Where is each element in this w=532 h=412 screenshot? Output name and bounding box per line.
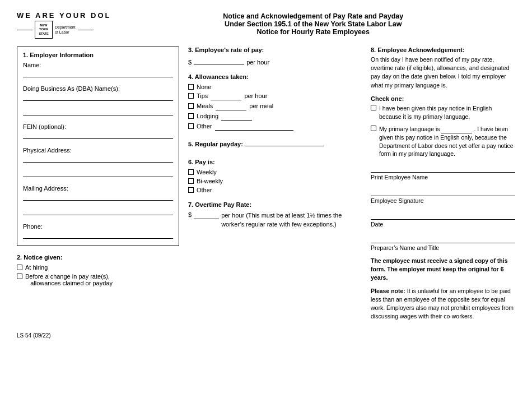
primary-language-input[interactable] xyxy=(441,126,472,133)
fein-field: FEIN (optional): xyxy=(23,123,173,139)
allowance-lodging: Lodging xyxy=(188,113,362,121)
logo-line-right xyxy=(78,30,94,30)
allowance-other: Other xyxy=(188,123,362,131)
section8-block: 8. Employee Acknowledgement: On this day… xyxy=(371,47,515,321)
name-input-line[interactable] xyxy=(23,70,173,77)
column-1: 1. Employer Information Name: Doing Busi… xyxy=(17,47,179,321)
pay-weekly-label: Weekly xyxy=(197,169,217,175)
section8-body: On this day I have been notified of my p… xyxy=(371,55,515,90)
column-2: 3. Employee's rate of pay: $ per hour 4.… xyxy=(188,47,362,321)
other-amount-input[interactable] xyxy=(215,123,293,131)
ny-seal: NEWYORKSTATE xyxy=(35,21,53,39)
footer-note: Please note: It is unlawful for an emplo… xyxy=(371,287,515,321)
footer-note-bold: Please note: xyxy=(371,288,405,294)
pay-biweekly-label: Bi-weekly xyxy=(197,178,223,184)
physical-field: Physical Address: xyxy=(23,147,173,177)
mailing-field: Mailing Address: xyxy=(23,185,173,215)
meals-amount-input[interactable] xyxy=(216,103,246,110)
check-option2-text: My primary language is . I have been giv… xyxy=(379,125,515,158)
dba-field: Doing Business As (DBA) Name(s): xyxy=(23,85,173,115)
section7-title: 7. Overtime Pay Rate: xyxy=(188,201,362,208)
allowance-meals-label: Meals xyxy=(197,103,213,109)
allowance-meals: Meals per meal xyxy=(188,103,362,110)
physical-line1[interactable] xyxy=(23,155,173,163)
per-hour-label: per hour xyxy=(246,59,269,66)
allowance-tips-label: Tips xyxy=(197,92,208,99)
form-id: LS 54 (09/22) xyxy=(17,332,51,339)
check-english-primary-checkbox[interactable] xyxy=(371,105,376,110)
section3-block: 3. Employee's rate of pay: $ per hour xyxy=(188,47,362,66)
allowance-tips-checkbox[interactable] xyxy=(188,93,194,99)
dept-label: Department of Labor xyxy=(55,25,76,35)
allowance-none-label: None xyxy=(197,84,211,90)
dollar-sign-7: $ xyxy=(188,211,192,218)
lodging-amount-input[interactable] xyxy=(221,113,252,121)
pay-other-checkbox[interactable] xyxy=(188,187,194,193)
preparers-label: Preparer’s Name and Title xyxy=(371,244,515,251)
notice-at-hiring-checkbox[interactable] xyxy=(17,265,22,270)
pay-rate-input[interactable] xyxy=(194,57,244,64)
allowance-other-checkbox[interactable] xyxy=(188,123,194,129)
dba-input-line2[interactable] xyxy=(23,108,173,115)
allowance-other-label: Other xyxy=(197,123,212,129)
overtime-rate-input[interactable] xyxy=(194,211,219,219)
print-name-label: Print Employee Name xyxy=(371,174,515,180)
overtime-description: per hour (This must be at least 1½ times… xyxy=(221,211,362,229)
regular-payday-input[interactable] xyxy=(245,138,324,146)
dba-input-line1[interactable] xyxy=(23,93,173,101)
pay-other-label: Other xyxy=(197,187,212,193)
section1-title: 1. Employer Information xyxy=(23,52,173,58)
employee-signature-label: Employee Signature xyxy=(371,197,515,204)
notice-before-change: Before a change in pay rate(s), allowanc… xyxy=(17,273,179,286)
name-label: Name: xyxy=(23,62,173,68)
allowance-none: None xyxy=(188,84,362,90)
dollar-sign-3: $ xyxy=(188,59,192,66)
notice-before-change-checkbox[interactable] xyxy=(17,274,22,279)
mailing-line2[interactable] xyxy=(23,207,173,215)
section4-title: 4. Allowances taken: xyxy=(188,73,362,80)
tips-amount-input[interactable] xyxy=(211,92,241,100)
meals-per-meal: per meal xyxy=(249,103,273,109)
check-one-title: Check one: xyxy=(371,95,515,102)
tips-per-hour: per hour xyxy=(244,92,267,99)
section2-block: 2. Notice given: At hiring Before a chan… xyxy=(17,254,179,286)
phone-field: Phone: xyxy=(23,223,173,239)
date-line[interactable] xyxy=(371,210,515,220)
section7-block: 7. Overtime Pay Rate: $ per hour (This m… xyxy=(188,201,362,229)
page-header: WE ARE YOUR DOL NEWYORKSTATE Department … xyxy=(17,11,515,39)
allowance-none-checkbox[interactable] xyxy=(188,84,194,90)
physical-label: Physical Address: xyxy=(23,147,173,154)
employer-info-box: 1. Employer Information Name: Doing Busi… xyxy=(17,47,179,246)
mailing-line1[interactable] xyxy=(23,193,173,201)
pay-other: Other xyxy=(188,187,362,193)
check-option1: I have been given this pay notice in Eng… xyxy=(371,104,515,121)
notice-at-hiring-label: At hiring xyxy=(25,264,48,271)
signature-block: Print Employee Name Employee Signature D… xyxy=(371,163,515,251)
allowance-meals-checkbox[interactable] xyxy=(188,103,194,109)
pay-biweekly: Bi-weekly xyxy=(188,178,362,184)
check-other-language-checkbox[interactable] xyxy=(371,126,376,131)
section4-block: 4. Allowances taken: None Tips per hour … xyxy=(188,73,362,131)
fein-input-line[interactable] xyxy=(23,131,173,139)
section5-title: 5. Regular payday: xyxy=(188,141,243,147)
logo-tagline: WE ARE YOUR DOL xyxy=(17,11,111,20)
document-title: Notice and Acknowledgement of Pay Rate a… xyxy=(111,11,515,36)
allowance-lodging-label: Lodging xyxy=(197,113,218,119)
logo-line-left xyxy=(17,30,32,30)
section8-title: 8. Employee Acknowledgement: xyxy=(371,47,515,53)
pay-biweekly-checkbox[interactable] xyxy=(188,178,194,184)
pay-weekly: Weekly xyxy=(188,169,362,175)
section6-title: 6. Pay is: xyxy=(188,159,362,165)
notice-at-hiring: At hiring xyxy=(17,264,179,271)
employee-signature-line[interactable] xyxy=(371,186,515,196)
pay-weekly-checkbox[interactable] xyxy=(188,169,194,175)
check-option2: My primary language is . I have been giv… xyxy=(371,125,515,158)
physical-line2[interactable] xyxy=(23,169,173,177)
phone-input-line[interactable] xyxy=(23,231,173,239)
fein-label: FEIN (optional): xyxy=(23,123,173,130)
print-name-line[interactable] xyxy=(371,163,515,173)
allowance-lodging-checkbox[interactable] xyxy=(188,113,194,119)
logo-block: WE ARE YOUR DOL NEWYORKSTATE Department … xyxy=(17,11,111,39)
preparers-line[interactable] xyxy=(371,233,515,243)
title-line1: Notice and Acknowledgement of Pay Rate a… xyxy=(111,12,515,20)
